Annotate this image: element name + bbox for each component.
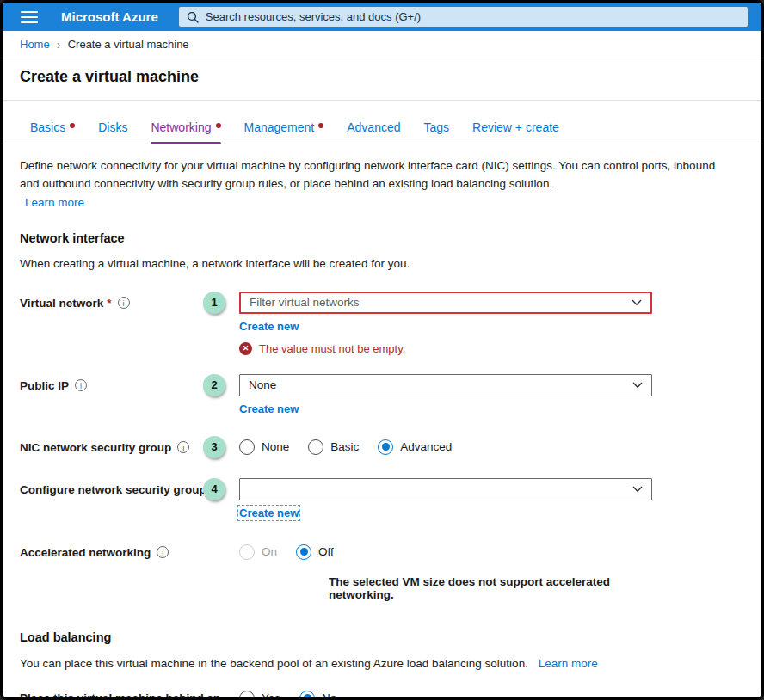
tab-basics-label: Basics	[30, 120, 65, 134]
virtual-network-error: The value must not be empty.	[239, 342, 652, 355]
virtual-network-placeholder: Filter virtual networks	[250, 296, 625, 309]
nic-nsg-option-none-label: None	[262, 440, 289, 453]
tab-review-create-label: Review + create	[472, 120, 559, 134]
info-icon[interactable]	[75, 379, 87, 391]
tab-advanced-label: Advanced	[347, 120, 400, 134]
tab-management-label: Management	[244, 120, 315, 134]
virtual-network-control: Filter virtual networks Create new The v…	[239, 292, 652, 355]
load-balancing-description: You can place this virtual machine in th…	[20, 657, 739, 670]
nic-nsg-label: NIC network security group	[20, 436, 197, 454]
radio-checked-icon	[378, 439, 393, 455]
accelerated-networking-row: Accelerated networking On Off The select…	[20, 541, 739, 601]
tab-networking[interactable]: Networking	[151, 120, 220, 144]
step-badge-1: 1	[203, 292, 225, 314]
load-balancing-learn-more-link[interactable]: Learn more	[539, 657, 598, 670]
title-bar: Create a virtual machine	[3, 58, 761, 101]
required-asterisk	[107, 297, 111, 310]
breadcrumb-current: Create a virtual machine	[68, 38, 189, 51]
step-badge-3: 3	[203, 436, 225, 458]
tab-tags[interactable]: Tags	[424, 120, 450, 144]
public-ip-label: Public IP	[20, 374, 197, 392]
radio-unchecked-icon	[308, 439, 323, 455]
step-badge-2: 2	[203, 374, 225, 396]
required-dot-icon	[70, 123, 75, 128]
load-balancing-question-label: Place this virtual machine behind an exi…	[20, 690, 226, 700]
accelerated-networking-on-label: On	[262, 545, 277, 558]
accelerated-networking-option-off[interactable]: Off	[296, 544, 334, 560]
configure-nsg-label: Configure network security group	[20, 478, 197, 496]
configure-nsg-create-new-link[interactable]: Create new	[239, 507, 299, 519]
public-ip-control: None Create new	[239, 374, 652, 416]
brand-title[interactable]: Microsoft Azure	[61, 9, 158, 24]
nic-nsg-control: None Basic Advanced	[239, 436, 652, 455]
breadcrumb-home-link[interactable]: Home	[20, 38, 50, 51]
radio-checked-icon	[296, 544, 311, 560]
virtual-network-dropdown[interactable]: Filter virtual networks	[239, 292, 652, 314]
tab-review-create[interactable]: Review + create	[472, 120, 559, 144]
error-icon	[239, 342, 252, 355]
load-balancing-no-label: No	[322, 691, 336, 700]
required-dot-icon	[318, 123, 323, 128]
tab-networking-label: Networking	[151, 120, 211, 134]
tab-content: Define network connectivity for your vir…	[3, 157, 761, 700]
virtual-network-error-text: The value must not be empty.	[259, 342, 405, 355]
global-search-input[interactable]: Search resources, services, and docs (G+…	[179, 7, 748, 27]
networking-intro-text: Define network connectivity for your vir…	[20, 157, 736, 193]
load-balancing-heading: Load balancing	[20, 630, 739, 644]
chevron-down-icon	[632, 486, 643, 493]
top-bar: Microsoft Azure Search resources, servic…	[3, 3, 761, 31]
radio-disabled-icon	[239, 544, 255, 560]
page-title: Create a virtual machine	[20, 68, 744, 86]
accelerated-networking-label: Accelerated networking	[20, 541, 197, 559]
info-icon[interactable]	[157, 546, 169, 558]
virtual-network-row: Virtual network 1 Filter virtual network…	[20, 292, 739, 355]
virtual-network-create-new-link[interactable]: Create new	[239, 320, 299, 333]
public-ip-create-new-link[interactable]: Create new	[239, 402, 299, 415]
load-balancing-option-yes[interactable]: Yes	[239, 691, 280, 700]
public-ip-value: None	[249, 378, 625, 391]
accelerated-networking-option-on: On	[239, 544, 277, 560]
tab-disks[interactable]: Disks	[98, 120, 127, 144]
tab-tags-label: Tags	[424, 120, 450, 134]
accelerated-networking-label-text: Accelerated networking	[20, 546, 151, 559]
nic-nsg-row: NIC network security group 3 None Basic	[20, 436, 739, 458]
load-balancing-description-text: You can place this virtual machine in th…	[20, 657, 528, 670]
configure-nsg-label-text: Configure network security group	[20, 483, 206, 496]
public-ip-row: Public IP 2 None Create new	[20, 374, 739, 416]
info-icon[interactable]	[118, 297, 130, 309]
tab-basics[interactable]: Basics	[30, 120, 75, 144]
nic-nsg-label-text: NIC network security group	[20, 441, 171, 454]
accelerated-networking-note: The selected VM size does not support ac…	[239, 575, 652, 601]
public-ip-label-text: Public IP	[20, 379, 69, 392]
hamburger-menu-icon[interactable]	[21, 11, 38, 23]
nic-nsg-option-none[interactable]: None	[239, 439, 289, 455]
load-balancing-option-no[interactable]: No	[299, 691, 336, 700]
azure-portal-window: Microsoft Azure Search resources, servic…	[0, 0, 764, 700]
chevron-down-icon	[632, 382, 643, 389]
radio-checked-icon	[299, 691, 315, 700]
load-balancing-yes-label: Yes	[262, 691, 280, 700]
nic-nsg-option-advanced[interactable]: Advanced	[378, 439, 452, 455]
load-balancing-radio-group: Yes No	[239, 690, 336, 700]
nic-nsg-option-basic-label: Basic	[330, 440, 359, 453]
search-placeholder: Search resources, services, and docs (G+…	[206, 10, 421, 23]
nic-nsg-option-basic[interactable]: Basic	[308, 439, 359, 455]
chevron-down-icon	[632, 299, 642, 306]
tab-management[interactable]: Management	[244, 120, 324, 144]
configure-nsg-control: Create new	[239, 478, 652, 520]
required-dot-icon	[216, 123, 221, 128]
intro-learn-more-link[interactable]: Learn more	[20, 196, 84, 209]
accelerated-networking-off-label: Off	[318, 545, 334, 558]
configure-nsg-row: Configure network security group 4 Creat…	[20, 478, 739, 520]
accelerated-networking-control: On Off The selected VM size does not sup…	[239, 541, 652, 601]
configure-nsg-dropdown[interactable]	[239, 478, 652, 500]
public-ip-dropdown[interactable]: None	[239, 374, 652, 396]
radio-unchecked-icon	[239, 439, 255, 455]
info-icon[interactable]	[177, 441, 189, 453]
tab-advanced[interactable]: Advanced	[347, 120, 400, 144]
virtual-network-label-text: Virtual network	[20, 297, 103, 310]
breadcrumb: Home › Create a virtual machine	[3, 31, 761, 58]
network-interface-subtext: When creating a virtual machine, a netwo…	[20, 257, 739, 270]
breadcrumb-chevron-icon: ›	[57, 38, 61, 51]
nic-nsg-radio-group: None Basic Advanced	[239, 436, 652, 455]
